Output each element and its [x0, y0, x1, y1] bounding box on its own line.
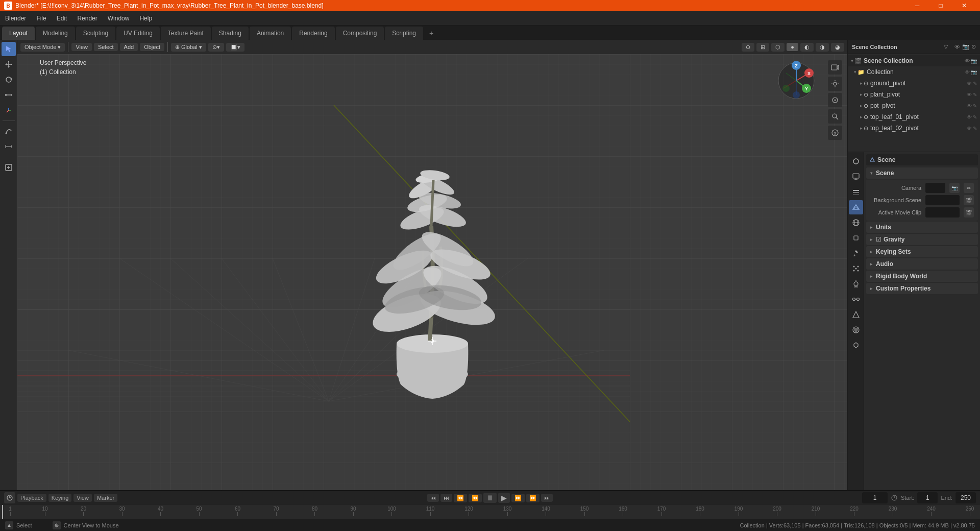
proportional-edit-button[interactable]: ⊙ — [742, 43, 754, 52]
prop-icon-particles[interactable] — [849, 261, 863, 276]
menu-render[interactable]: Render — [72, 11, 102, 25]
plant-pivot-eye[interactable]: 👁 — [967, 92, 972, 98]
prop-icon-object[interactable] — [849, 231, 863, 245]
object-mode-selector[interactable]: Object Mode ▾ — [20, 43, 65, 52]
transform-orientation-button[interactable]: ⊕ Global ▾ — [171, 43, 206, 52]
keying-section-header[interactable]: ▸ Keying Sets — [866, 246, 978, 257]
outliner-item-top-leaf-01[interactable]: ▸ ⊙ top_leaf_01_pivot 👁 ✎ — [848, 111, 980, 123]
end-frame-field[interactable]: 250 — [955, 492, 976, 503]
prop-icon-constraint[interactable] — [849, 292, 863, 306]
gravity-checkbox[interactable]: ☑ — [876, 236, 881, 243]
movie-clip-icon[interactable]: 🎬 — [964, 207, 974, 218]
outliner-item-pot-pivot[interactable]: ▸ ⊙ pot_pivot 👁 ✎ — [848, 100, 980, 111]
tab-scripting[interactable]: Scripting — [385, 27, 423, 40]
jump-start-button[interactable]: ⏮ — [427, 494, 439, 502]
outliner-item-top-leaf-02[interactable]: ▸ ⊙ top_leaf_02_pivot 👁 ✎ — [848, 123, 980, 134]
gravity-section-header[interactable]: ▸ ☑ Gravity — [866, 234, 978, 245]
gizmo-help-button[interactable]: ? — [828, 126, 842, 140]
collection-eye[interactable]: 👁 — [965, 69, 970, 75]
minimize-button[interactable]: ─ — [905, 0, 929, 11]
overlay-button[interactable]: ⊞ — [756, 43, 769, 52]
timeline-view-button[interactable]: View — [74, 494, 92, 502]
menu-window[interactable]: Window — [103, 11, 135, 25]
add-menu-button[interactable]: Add — [120, 43, 138, 51]
gizmo-move-button[interactable] — [828, 93, 842, 107]
jump-prev-keyframe-button[interactable]: ⏭ — [440, 494, 452, 502]
audio-section-header[interactable]: ▸ Audio — [866, 258, 978, 270]
prop-icon-scene[interactable] — [849, 200, 863, 214]
outliner-render-icon[interactable]: ⊙ — [971, 43, 976, 50]
tab-uv-editing[interactable]: UV Editing — [116, 27, 160, 40]
tool-move[interactable] — [2, 57, 16, 71]
tool-select[interactable] — [2, 42, 16, 56]
background-field-icon[interactable]: 🎬 — [964, 195, 974, 205]
prop-icon-world[interactable] — [849, 215, 863, 230]
add-workspace-button[interactable]: + — [424, 27, 438, 40]
prop-icon-output[interactable] — [849, 170, 863, 184]
select-menu-button[interactable]: Select — [94, 43, 118, 51]
start-frame-field[interactable]: 1 — [917, 492, 938, 503]
next-frame-button[interactable]: ⏩ — [511, 494, 525, 502]
menu-blender[interactable]: Blender — [0, 11, 31, 25]
outliner-item-ground-pivot[interactable]: ▸ ⊙ ground_pivot 👁 ✎ — [848, 78, 980, 89]
custom-props-section-header[interactable]: ▸ Custom Properties — [866, 283, 978, 294]
prop-icon-render[interactable] — [849, 154, 863, 168]
rendered-mode2-button[interactable]: ◕ — [831, 43, 844, 52]
material-mode-button[interactable]: ◐ — [800, 43, 814, 52]
scene-collection-eye[interactable]: 👁 — [965, 58, 970, 64]
prop-icon-modifier[interactable] — [849, 246, 863, 260]
units-section-header[interactable]: ▸ Units — [866, 222, 978, 233]
top-leaf-01-eye[interactable]: 👁 — [967, 114, 972, 120]
transform-pivot-button[interactable]: ⊙▾ — [208, 43, 224, 52]
pot-pivot-eye[interactable]: 👁 — [967, 103, 972, 109]
stop-button[interactable]: ⏸ — [483, 493, 497, 503]
outliner-item-scene-collection[interactable]: ▾ 🎬 Scene Collection 👁 📷 — [848, 55, 980, 66]
viewport-3d[interactable]: Object Mode ▾ View Select Add Object ⊕ G… — [17, 40, 847, 490]
timeline-keying-button[interactable]: Keying — [48, 494, 72, 502]
movie-clip-field[interactable] — [925, 207, 960, 218]
tab-compositing[interactable]: Compositing — [336, 27, 384, 40]
tool-transform[interactable] — [2, 103, 16, 117]
timeline-mode-icon[interactable] — [4, 492, 15, 503]
maximize-button[interactable]: □ — [929, 0, 952, 11]
outliner-item-collection[interactable]: ▾ 📁 Collection 👁 📷 — [848, 66, 980, 78]
tool-scale[interactable] — [2, 88, 16, 102]
top-leaf-02-eye[interactable]: 👁 — [967, 126, 972, 131]
ground-pivot-filter[interactable]: ✎ — [973, 81, 977, 86]
camera-field[interactable] — [925, 183, 945, 193]
timeline-playback-button[interactable]: Playback — [17, 494, 46, 502]
tool-rotate[interactable] — [2, 73, 16, 87]
tab-animation[interactable]: Animation — [250, 27, 291, 40]
camera-edit-icon[interactable]: ✏ — [964, 183, 974, 193]
snapping-button[interactable]: 🔲▾ — [226, 43, 244, 52]
rigid-body-section-header[interactable]: ▸ Rigid Body World — [866, 271, 978, 282]
top-leaf-01-filter[interactable]: ✎ — [973, 114, 977, 120]
ground-pivot-eye[interactable]: 👁 — [967, 81, 972, 86]
prop-icon-material[interactable] — [849, 323, 863, 337]
jump-end-button[interactable]: ⏭ — [541, 494, 553, 502]
pot-pivot-filter[interactable]: ✎ — [973, 103, 977, 109]
navigation-gizmo[interactable]: X Y Z — [776, 60, 817, 101]
menu-file[interactable]: File — [31, 11, 51, 25]
top-leaf-02-filter[interactable]: ✎ — [973, 126, 977, 131]
tab-layout[interactable]: Layout — [2, 27, 35, 40]
outliner-item-plant-pivot[interactable]: ▸ ⊙ plant_pivot 👁 ✎ — [848, 89, 980, 100]
tab-shading[interactable]: Shading — [212, 27, 249, 40]
gizmo-search-button[interactable] — [828, 109, 842, 124]
prop-icon-data[interactable] — [849, 307, 863, 322]
scene-section-header[interactable]: ▾ Scene — [866, 167, 978, 179]
prop-icon-shader[interactable] — [849, 338, 863, 352]
outliner-camera-icon[interactable]: 📷 — [962, 43, 969, 50]
tab-texture-paint[interactable]: Texture Paint — [161, 27, 211, 40]
collection-camera[interactable]: 📷 — [971, 69, 977, 75]
prop-icon-physics[interactable] — [849, 277, 863, 291]
tool-measure[interactable] — [2, 139, 16, 154]
timeline-marker-button[interactable]: Marker — [94, 494, 117, 502]
prop-icon-view-layer[interactable] — [849, 185, 863, 199]
current-frame-field[interactable]: 1 — [862, 492, 888, 503]
scene-collection-camera[interactable]: 📷 — [971, 58, 977, 64]
menu-edit[interactable]: Edit — [52, 11, 72, 25]
tool-add[interactable] — [2, 160, 16, 175]
next-frame2-button[interactable]: ⏩ — [526, 494, 540, 502]
gizmo-cam-button[interactable] — [828, 60, 842, 75]
